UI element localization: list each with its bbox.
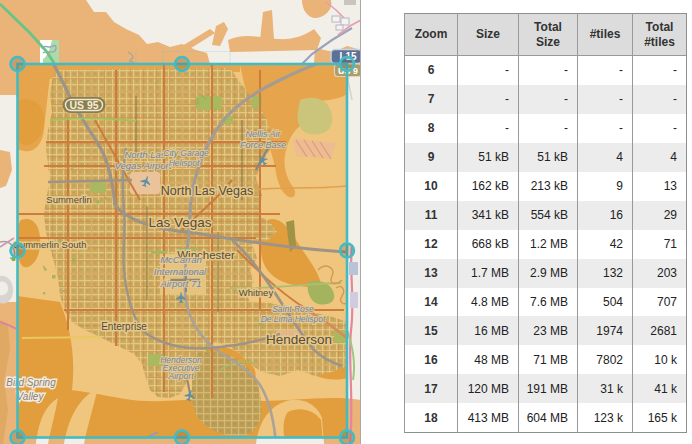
svg-text:City Garage: City Garage [163,148,209,158]
svg-text:Saint Rose: Saint Rose [272,304,314,314]
svg-text:Henderson: Henderson [266,332,332,347]
svg-text:Airport: Airport [167,371,194,381]
svg-text:Whitney: Whitney [239,287,274,298]
svg-text:North Las: North Las [124,149,165,160]
svg-text:McCarran: McCarran [160,254,202,265]
svg-text:International: International [154,266,207,277]
svg-text:US 95: US 95 [69,99,98,111]
svg-text:Force Base: Force Base [240,140,286,150]
svg-text:Helispot: Helispot [169,158,200,168]
svg-text:De Lima Helispot: De Lima Helispot [261,314,326,324]
svg-text:Valley: Valley [17,391,45,402]
svg-text:Vegas Airport: Vegas Airport [115,160,172,171]
svg-text:Nellis Air: Nellis Air [245,129,281,139]
svg-text:Summerlin: Summerlin [46,194,91,205]
svg-text:Bird Spring: Bird Spring [6,377,56,388]
svg-text:Airport 71: Airport 71 [159,278,201,289]
svg-text:North Las Vegas: North Las Vegas [161,184,253,198]
svg-text:Las Vegas: Las Vegas [148,215,211,230]
svg-text:Enterprise: Enterprise [101,321,147,332]
